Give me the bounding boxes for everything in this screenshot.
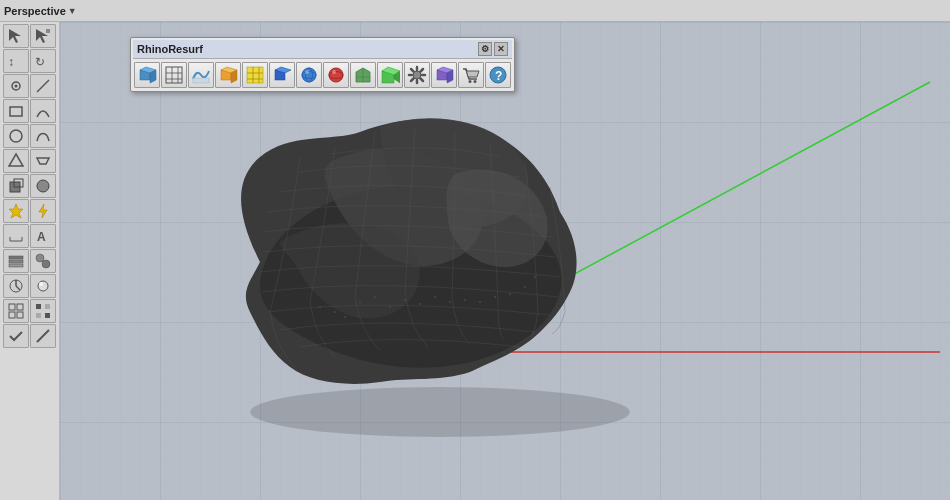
svg-marker-10 bbox=[9, 154, 23, 166]
resurf-icon-mesh[interactable] bbox=[161, 62, 187, 88]
tb-obj-btn[interactable] bbox=[30, 249, 56, 273]
tb-lightning-btn[interactable] bbox=[30, 199, 56, 223]
svg-point-13 bbox=[37, 180, 49, 192]
svg-line-27 bbox=[16, 286, 20, 290]
resurf-icon-green-box[interactable] bbox=[377, 62, 403, 88]
left-toolbar: ↕ ↻ bbox=[0, 22, 60, 500]
toolbar-title-label: RhinoResurf bbox=[137, 43, 203, 55]
resurf-icon-red-sphere[interactable] bbox=[323, 62, 349, 88]
tb-dim-btn[interactable] bbox=[3, 224, 29, 248]
viewport-dropdown-arrow[interactable]: ▼ bbox=[68, 6, 77, 16]
svg-text:A: A bbox=[37, 230, 46, 244]
tb-select2-btn[interactable] bbox=[30, 24, 56, 48]
resurf-icon-sphere[interactable] bbox=[296, 62, 322, 88]
resurf-icon-patch[interactable] bbox=[350, 62, 376, 88]
toolbar-row-3 bbox=[2, 74, 57, 98]
svg-rect-64 bbox=[166, 67, 182, 83]
svg-rect-22 bbox=[9, 264, 23, 267]
viewport-label[interactable]: Perspective ▼ bbox=[4, 5, 77, 17]
resurf-icon-cart[interactable] bbox=[458, 62, 484, 88]
svg-point-47 bbox=[389, 306, 391, 308]
toolbar-row-11 bbox=[2, 274, 57, 298]
svg-point-49 bbox=[419, 303, 421, 305]
resurf-icon-solid[interactable] bbox=[215, 62, 241, 88]
svg-rect-36 bbox=[45, 304, 50, 309]
tb-mesh-btn[interactable] bbox=[3, 149, 29, 173]
svg-text:?: ? bbox=[495, 69, 502, 83]
tb-rotate-btn[interactable]: ↻ bbox=[30, 49, 56, 73]
svg-point-9 bbox=[10, 130, 22, 142]
svg-text:↕: ↕ bbox=[8, 55, 14, 69]
tb-slash-btn[interactable] bbox=[30, 324, 56, 348]
svg-point-48 bbox=[404, 299, 406, 301]
tb-analysis-btn[interactable] bbox=[3, 274, 29, 298]
svg-rect-73 bbox=[247, 67, 263, 83]
tb-select-btn[interactable] bbox=[3, 24, 29, 48]
tb-label-btn[interactable]: A bbox=[30, 224, 56, 248]
resurf-icon-purple[interactable] bbox=[431, 62, 457, 88]
resurf-icon-settings[interactable] bbox=[404, 62, 430, 88]
svg-point-45 bbox=[359, 301, 361, 303]
tb-arc-btn[interactable] bbox=[30, 99, 56, 123]
svg-rect-8 bbox=[10, 107, 22, 116]
tb-render-btn[interactable] bbox=[30, 274, 56, 298]
grid-canvas bbox=[60, 22, 950, 500]
tb-star-btn[interactable] bbox=[3, 199, 29, 223]
tb-curve-btn[interactable] bbox=[30, 124, 56, 148]
viewport-area[interactable]: RhinoResurf ⚙ ✕ bbox=[60, 22, 950, 500]
toolbar-row-13 bbox=[2, 324, 57, 348]
tb-move-btn[interactable]: ↕ bbox=[3, 49, 29, 73]
toolbar-row-12 bbox=[2, 299, 57, 323]
rhino-resurf-toolbar: RhinoResurf ⚙ ✕ bbox=[130, 37, 515, 92]
svg-point-57 bbox=[319, 306, 321, 308]
svg-line-100 bbox=[411, 79, 414, 82]
toolbar-row-4 bbox=[2, 99, 57, 123]
svg-point-55 bbox=[334, 311, 336, 313]
tb-poly-btn[interactable] bbox=[3, 99, 29, 123]
svg-rect-33 bbox=[17, 312, 23, 318]
svg-rect-20 bbox=[9, 256, 23, 259]
resurf-icon-nurbs[interactable] bbox=[242, 62, 268, 88]
svg-line-98 bbox=[421, 79, 424, 82]
toolbar-row-8 bbox=[2, 199, 57, 223]
toolbar-title-bar[interactable]: RhinoResurf ⚙ ✕ bbox=[133, 40, 512, 59]
svg-point-24 bbox=[42, 260, 50, 268]
svg-point-51 bbox=[449, 301, 451, 303]
svg-point-84 bbox=[329, 68, 343, 82]
tb-layer-btn[interactable] bbox=[3, 249, 29, 273]
svg-point-23 bbox=[36, 254, 44, 262]
toolbar-settings-btn[interactable]: ⚙ bbox=[478, 42, 492, 56]
svg-rect-34 bbox=[36, 304, 41, 309]
tb-line-btn[interactable] bbox=[30, 74, 56, 98]
resurf-icon-diamond[interactable] bbox=[269, 62, 295, 88]
svg-point-46 bbox=[374, 296, 376, 298]
svg-point-59 bbox=[524, 286, 526, 288]
svg-point-53 bbox=[479, 301, 481, 303]
tb-grid-btn[interactable] bbox=[30, 299, 56, 323]
tb-point-btn[interactable] bbox=[3, 74, 29, 98]
svg-point-58 bbox=[509, 293, 511, 295]
svg-point-50 bbox=[434, 296, 436, 298]
svg-point-83 bbox=[305, 70, 309, 74]
svg-point-104 bbox=[469, 80, 472, 83]
resurf-icon-cube[interactable] bbox=[134, 62, 160, 88]
tb-check-btn[interactable] bbox=[3, 324, 29, 348]
svg-line-97 bbox=[411, 69, 414, 72]
resurf-icon-surface[interactable] bbox=[188, 62, 214, 88]
svg-point-60 bbox=[534, 276, 536, 278]
tb-solid-btn[interactable] bbox=[3, 174, 29, 198]
svg-point-52 bbox=[464, 299, 466, 301]
svg-marker-14 bbox=[9, 204, 23, 218]
svg-point-105 bbox=[474, 80, 477, 83]
toolbar-row-5 bbox=[2, 124, 57, 148]
svg-text:↻: ↻ bbox=[35, 55, 45, 69]
tb-transform-btn[interactable] bbox=[30, 174, 56, 198]
resurf-icon-help[interactable]: ? bbox=[485, 62, 511, 88]
toolbar-row-2: ↕ ↻ bbox=[2, 49, 57, 73]
toolbar-close-btn[interactable]: ✕ bbox=[494, 42, 508, 56]
tb-circle-btn[interactable] bbox=[3, 124, 29, 148]
tb-surface-btn[interactable] bbox=[30, 149, 56, 173]
svg-marker-0 bbox=[9, 29, 21, 43]
tb-view-btn[interactable] bbox=[3, 299, 29, 323]
svg-line-99 bbox=[421, 69, 424, 72]
